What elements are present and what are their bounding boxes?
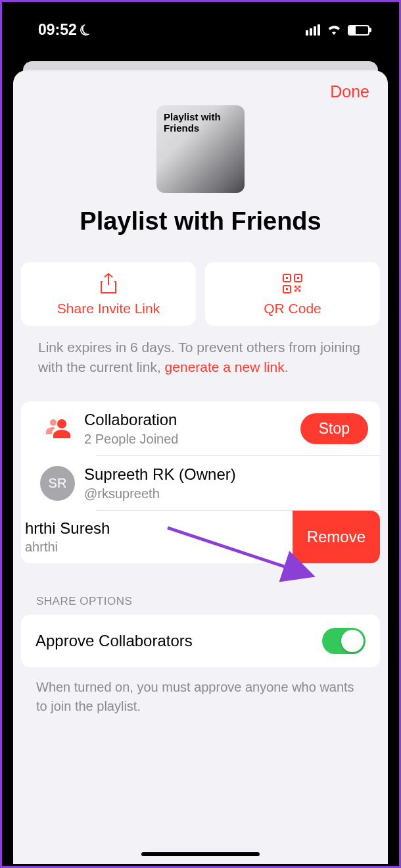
wifi-icon (326, 22, 342, 39)
svg-point-12 (57, 419, 66, 428)
cellular-signal-icon (306, 24, 320, 36)
collaborator-row[interactable]: hrthi Suresh ahrthi Remove (21, 511, 380, 563)
generate-new-link[interactable]: generate a new link (165, 359, 285, 374)
svg-rect-7 (298, 286, 300, 288)
qr-code-icon (283, 273, 302, 294)
share-sheet: Done Playlist with Friends Playlist with… (13, 70, 388, 864)
status-bar: 09:52 ☾ (2, 2, 399, 58)
svg-rect-10 (296, 288, 298, 290)
playlist-artwork: Playlist with Friends (156, 105, 245, 193)
approve-label: Approve Collaborators (35, 632, 193, 650)
home-indicator[interactable] (141, 852, 260, 856)
svg-rect-9 (298, 290, 300, 292)
status-time: 09:52 (38, 21, 77, 39)
stop-button[interactable]: Stop (300, 413, 368, 444)
phone-frame: 09:52 ☾ Done Playlist with Friends Playl… (2, 2, 399, 866)
collaborators-list: Collaboration 2 People Joined Stop SR Su… (21, 401, 380, 563)
link-expiration-text: Link expires in 6 days. To prevent other… (13, 326, 388, 378)
share-options-header: SHARE OPTIONS (13, 563, 388, 615)
qr-code-button[interactable]: QR Code (205, 262, 380, 326)
collaboration-subtitle: 2 People Joined (84, 432, 300, 447)
approve-collaborators-row: Approve Collaborators (21, 615, 380, 667)
avatar: SR (40, 466, 75, 501)
svg-point-11 (50, 419, 57, 426)
svg-rect-4 (297, 277, 299, 279)
approve-footnote: When turned on, you must approve anyone … (13, 667, 388, 716)
battery-icon (348, 25, 369, 36)
playlist-title: Playlist with Friends (13, 207, 388, 236)
share-icon (100, 273, 117, 294)
remove-button[interactable]: Remove (293, 511, 380, 563)
do-not-disturb-icon: ☾ (76, 19, 95, 40)
owner-name: Supreeth RK (Owner) (84, 465, 368, 484)
owner-row[interactable]: SR Supreeth RK (Owner) @rksupreeth (21, 456, 380, 511)
svg-rect-3 (286, 277, 288, 279)
share-invite-link-button[interactable]: Share Invite Link (21, 262, 196, 326)
approve-toggle[interactable] (322, 628, 366, 654)
qr-label: QR Code (264, 301, 321, 317)
share-label: Share Invite Link (57, 301, 160, 317)
owner-handle: @rksupreeth (84, 486, 368, 501)
svg-rect-8 (295, 290, 296, 292)
collaborator-name: hrthi Suresh (25, 519, 290, 538)
svg-rect-5 (286, 288, 288, 290)
artwork-label: Playlist with Friends (164, 112, 237, 134)
done-button[interactable]: Done (330, 82, 369, 101)
collaboration-title: Collaboration (84, 411, 300, 429)
svg-rect-6 (295, 286, 296, 288)
people-icon (32, 419, 84, 438)
collaboration-row: Collaboration 2 People Joined Stop (21, 401, 380, 456)
collaborator-handle: ahrthi (25, 540, 290, 555)
